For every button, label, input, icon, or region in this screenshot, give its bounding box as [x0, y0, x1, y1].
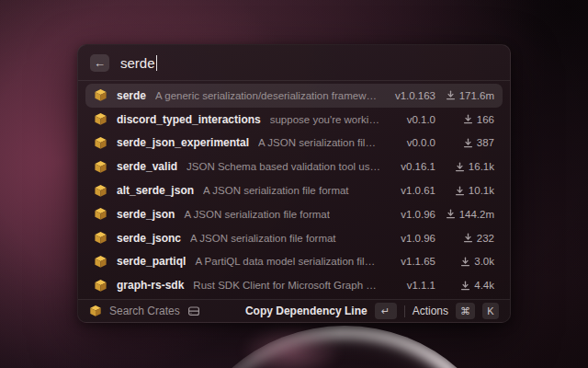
crate-result-row[interactable]: serde_valid JSON Schema based validation…: [85, 155, 503, 178]
search-bar: ← serde: [78, 45, 510, 81]
crate-name: serde_jsonc: [117, 232, 181, 245]
crate-downloads: 10.1k: [435, 185, 494, 196]
crate-description: JSON Schema based validation tool using …: [187, 161, 380, 172]
back-button[interactable]: ←: [90, 54, 109, 72]
crate-result-row[interactable]: serde_json A JSON serialization file for…: [85, 202, 503, 226]
crate-result-row[interactable]: serde_partiql A PartiQL data model seria…: [85, 249, 503, 273]
download-icon: [446, 209, 456, 219]
download-icon: [455, 186, 465, 196]
crate-name: serde_partiql: [117, 255, 186, 268]
crate-version: v1.0.96: [390, 233, 435, 244]
crate-description: A JSON serialization file format: [203, 185, 349, 196]
k-key-badge: K: [482, 303, 499, 319]
crate-downloads: 4.4k: [435, 280, 494, 291]
crate-meta: v1.1.65 3.0k: [380, 256, 494, 267]
download-icon: [460, 281, 470, 291]
crate-version: v1.1.65: [390, 256, 435, 267]
crate-downloads: 166: [435, 114, 494, 125]
download-count: 16.1k: [469, 161, 494, 172]
crate-downloads: 387: [435, 137, 494, 148]
crate-result-row[interactable]: alt_serde_json A JSON serialization file…: [85, 178, 503, 202]
actions-button[interactable]: Actions: [413, 305, 448, 317]
download-icon: [463, 138, 473, 148]
crate-meta: v0.1.0 166: [380, 114, 494, 125]
crate-meta: v1.0.61 10.1k: [380, 185, 494, 196]
crate-name: serde_json: [117, 208, 175, 221]
crate-package-icon: [94, 279, 107, 293]
cmd-key-badge: ⌘: [456, 303, 475, 319]
command-icon: ⌘: [460, 305, 470, 317]
download-count: 171.6m: [459, 90, 494, 101]
crate-result-row[interactable]: serde A generic serialization/deserializ…: [85, 84, 503, 108]
crate-meta: v1.0.96 144.2m: [380, 209, 494, 220]
crate-package-icon: [94, 136, 107, 150]
crate-package-icon: [94, 255, 107, 269]
crate-description: A JSON serialization file format: [190, 233, 336, 244]
crate-description: suppose you're working with discord slas…: [270, 114, 380, 125]
footer-divider: [404, 305, 405, 317]
download-count: 10.1k: [469, 185, 494, 196]
download-icon: [463, 114, 473, 124]
download-icon: [460, 257, 470, 267]
crate-version: v1.0.163: [390, 90, 435, 101]
crate-downloads: 16.1k: [435, 161, 494, 172]
download-count: 232: [477, 233, 494, 244]
crate-name: alt_serde_json: [117, 184, 194, 197]
crate-version: v1.1.1: [390, 280, 435, 291]
results-list: serde A generic serialization/deserializ…: [78, 81, 510, 299]
crate-description: A JSON serialization file format: [258, 137, 380, 148]
crate-name: serde: [117, 89, 146, 102]
crate-meta: v1.1.1 4.4k: [380, 280, 494, 291]
crate-result-row[interactable]: serde_json_experimental A JSON serializa…: [85, 132, 503, 155]
crate-package-icon: [94, 112, 107, 126]
crate-package-icon: [94, 88, 107, 102]
crate-description: A generic serialization/deserialization …: [155, 90, 380, 101]
crate-version: v1.0.61: [390, 185, 435, 196]
crate-name: graph-rs-sdk: [117, 279, 184, 292]
footer-app: Search Crates: [89, 305, 200, 317]
launcher-window: ← serde serde A generic serialization/de…: [77, 44, 511, 323]
crate-downloads: 171.6m: [435, 90, 494, 101]
return-key-badge[interactable]: ↵: [375, 303, 397, 319]
crate-name: serde_valid: [117, 160, 177, 173]
crate-description: Rust SDK Client for Microsoft Graph and …: [193, 280, 380, 291]
background-ring-glow: [182, 326, 507, 368]
crate-package-icon: [89, 305, 102, 317]
crate-version: v1.0.96: [390, 209, 435, 220]
crate-meta: v0.16.1 16.1k: [380, 161, 494, 172]
crate-meta: v1.0.163 171.6m: [380, 90, 494, 101]
search-query-text: serde: [120, 55, 155, 71]
footer-app-name: Search Crates: [109, 305, 180, 317]
crate-downloads: 232: [435, 233, 494, 244]
crate-package-icon: [94, 231, 107, 245]
crate-version: v0.0.0: [390, 137, 435, 148]
crate-version: v0.16.1: [390, 161, 435, 172]
crate-package-icon: [94, 184, 107, 198]
crate-package-icon: [94, 207, 107, 221]
crate-description: A PartiQL data model serialization file …: [195, 256, 380, 267]
background-ring-pink-tip: [241, 324, 342, 368]
crate-downloads: 3.0k: [435, 256, 494, 267]
download-count: 387: [477, 137, 494, 148]
arrow-left-icon: ←: [94, 57, 106, 69]
crate-package-icon: [94, 160, 107, 174]
search-input[interactable]: serde: [120, 55, 157, 71]
drive-icon: [187, 305, 200, 317]
download-count: 166: [477, 114, 494, 125]
crate-description: A JSON serialization file format: [184, 209, 330, 220]
crate-version: v0.1.0: [390, 114, 435, 125]
download-count: 4.4k: [474, 280, 494, 291]
crate-result-row[interactable]: graph-rs-sdk Rust SDK Client for Microso…: [85, 273, 503, 297]
download-icon: [446, 90, 456, 100]
crate-result-row[interactable]: discord_typed_interactions suppose you'r…: [85, 108, 503, 132]
crate-name: discord_typed_interactions: [117, 113, 261, 126]
copy-dependency-line-button[interactable]: Copy Dependency Line: [245, 305, 368, 317]
crate-meta: v0.0.0 387: [380, 137, 494, 148]
return-icon: ↵: [381, 305, 390, 317]
footer-bar: Search Crates Copy Dependency Line ↵ Act…: [78, 299, 510, 322]
footer-actions: Copy Dependency Line ↵ Actions ⌘ K: [245, 303, 499, 319]
crate-result-row[interactable]: serde_jsonc A JSON serialization file fo…: [85, 226, 503, 250]
crate-meta: v1.0.96 232: [380, 233, 494, 244]
crate-name: serde_json_experimental: [117, 136, 249, 149]
download-icon: [463, 233, 473, 243]
